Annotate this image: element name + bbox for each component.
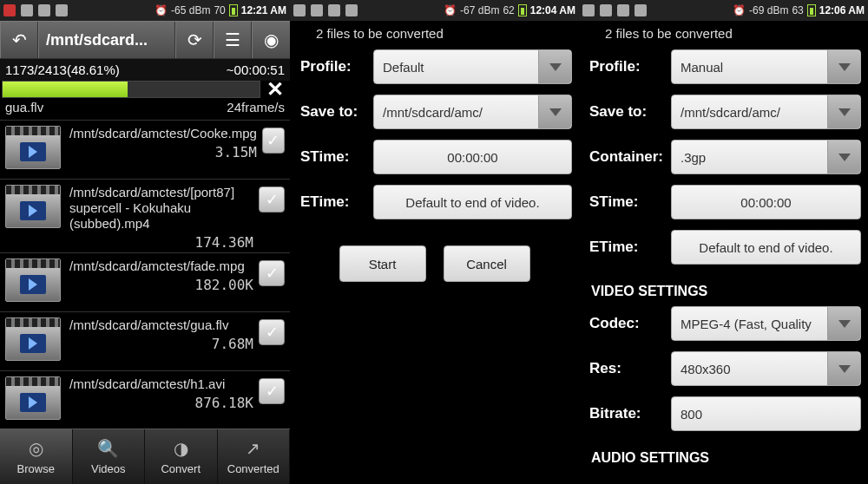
download-icon [600, 4, 612, 16]
saveto-select[interactable]: /mnt/sdcard/amc/ [671, 95, 861, 129]
etime-field[interactable]: Default to end of video. [671, 230, 861, 265]
video-thumb-icon [5, 185, 61, 228]
path-display[interactable]: /mnt/sdcard... [38, 22, 175, 58]
list-item[interactable]: /mnt/sdcard/amctest/gua.flv 7.68M ✓ [0, 312, 290, 371]
list-item[interactable]: /mnt/sdcard/amctest/Cooke.mpg 3.15M ✓ [0, 121, 290, 180]
nav-videos[interactable]: 🔍 Videos [73, 429, 146, 484]
chevron-down-icon [538, 50, 571, 83]
battery-icon [807, 4, 816, 16]
label-profile: Profile: [297, 58, 373, 75]
status-bar: ⏰ -69 dBm 63 12:06 AM [579, 0, 868, 21]
video-thumb-icon [5, 258, 61, 302]
start-button[interactable]: Start [339, 245, 426, 282]
alarm-icon: ⏰ [733, 4, 746, 16]
file-path: /mnt/sdcard/amctest/gua.flv [69, 317, 228, 332]
etime-field[interactable]: Default to end of video. [373, 185, 572, 219]
converted-icon: ↗ [243, 438, 264, 459]
nav-convert[interactable]: ◑ Convert [145, 429, 218, 484]
file-checkbox[interactable]: ✓ [259, 186, 285, 213]
nav-label: Browse [17, 462, 55, 475]
saveto-select[interactable]: /mnt/sdcard/amc/ [373, 95, 572, 129]
profile-select[interactable]: Manual [671, 49, 861, 84]
sync-icon [56, 4, 68, 16]
label-etime: ETime: [297, 193, 373, 211]
form: Profile: Manual Save to: /mnt/sdcard/amc… [579, 48, 868, 474]
notification-icon [3, 4, 16, 16]
battery-level: 70 [214, 4, 225, 16]
signal-strength: -67 dBm [460, 4, 499, 16]
video-thumb-icon [5, 126, 61, 169]
video-thumb-icon [5, 317, 61, 361]
clock: 12:06 AM [819, 4, 865, 16]
file-checkbox[interactable]: ✓ [259, 319, 285, 345]
file-checkbox[interactable]: ✓ [262, 128, 285, 154]
list-item[interactable]: /mnt/sdcard/amctest/h1.avi 876.18K ✓ [0, 371, 290, 430]
menu-button[interactable]: ☰ [214, 22, 252, 58]
progress-bar [2, 81, 260, 98]
battery-level: 63 [792, 4, 803, 16]
etime-value: Default to end of video. [699, 240, 832, 255]
status-line: gua.flv 24frame/s [0, 98, 290, 121]
stime-field[interactable]: 00:00:00 [373, 140, 572, 174]
stime-value: 00:00:00 [447, 150, 497, 165]
file-list[interactable]: /mnt/sdcard/amctest/Cooke.mpg 3.15M ✓ /m… [0, 121, 290, 430]
video-settings-header: VIDEO SETTINGS [586, 275, 861, 306]
cancel-progress-button[interactable]: ✕ [260, 81, 290, 98]
progress-line: 1173/2413(48.61%) ~00:00:51 [0, 59, 290, 81]
progress-fill [3, 82, 128, 97]
chevron-down-icon [827, 352, 860, 385]
file-path: /mnt/sdcard/amctest/[port87] supercell -… [69, 185, 234, 231]
label-res: Res: [586, 360, 671, 377]
clock: 12:04 AM [530, 4, 575, 16]
action-row: Start Cancel [297, 245, 572, 282]
battery-icon [229, 4, 238, 16]
progress-eta: ~00:00:51 [227, 62, 285, 77]
label-etime: ETime: [586, 239, 671, 256]
codec-select[interactable]: MPEG-4 (Fast, Quality [671, 306, 861, 341]
chevron-down-icon [827, 307, 860, 340]
select-all-button[interactable]: ◉ [252, 22, 290, 58]
chevron-down-icon [827, 141, 860, 173]
battery-level: 62 [503, 4, 514, 16]
nav-converted[interactable]: ↗ Converted [218, 429, 291, 484]
stime-field[interactable]: 00:00:00 [671, 185, 861, 219]
pane-file-browser: ⏰ -65 dBm 70 12:21 AM ↶ /mnt/sdcard... ⟳… [0, 0, 290, 484]
res-select[interactable]: 480x360 [671, 351, 861, 386]
file-size: 876.18K [69, 392, 253, 411]
android-icon [635, 4, 647, 16]
refresh-button[interactable]: ⟳ [175, 22, 214, 58]
label-bitrate: Bitrate: [586, 405, 671, 422]
file-size: 182.00K [69, 274, 253, 293]
list-item[interactable]: /mnt/sdcard/amctest/[port87] supercell -… [0, 180, 290, 253]
nav-browse[interactable]: ◎ Browse [0, 429, 73, 484]
container-select[interactable]: .3gp [671, 140, 861, 174]
file-path: /mnt/sdcard/amctest/h1.avi [69, 376, 225, 391]
chevron-down-icon [827, 50, 860, 83]
usb-icon [617, 4, 629, 16]
file-size: 7.68M [69, 333, 253, 352]
signal-strength: -69 dBm [749, 4, 788, 16]
pane-convert-default: ⏰ -67 dBm 62 12:04 AM 2 files to be conv… [290, 0, 579, 484]
label-saveto: Save to: [297, 103, 373, 121]
file-checkbox[interactable]: ✓ [259, 378, 285, 404]
profile-select[interactable]: Default [373, 49, 572, 84]
progress-count: 1173/2413(48.61%) [5, 62, 120, 77]
bitrate-input[interactable]: 800 [671, 396, 861, 431]
audio-settings-header: AUDIO SETTINGS [586, 441, 861, 473]
cancel-button[interactable]: Cancel [444, 245, 530, 282]
file-size: 3.15M [69, 141, 257, 160]
signal-strength: -65 dBm [171, 4, 210, 16]
profile-value: Manual [681, 60, 723, 75]
clock: 12:21 AM [241, 4, 286, 16]
file-checkbox[interactable]: ✓ [259, 260, 285, 286]
notification-icon [293, 4, 306, 16]
alarm-icon: ⏰ [155, 4, 168, 16]
bitrate-value: 800 [681, 407, 702, 422]
file-size: 174.36M [69, 232, 253, 251]
saveto-value: /mnt/sdcard/amc/ [681, 105, 780, 120]
container-value: .3gp [681, 150, 706, 165]
chevron-down-icon [538, 95, 571, 128]
video-thumb-icon [5, 376, 61, 420]
back-button[interactable]: ↶ [0, 22, 38, 58]
list-item[interactable]: /mnt/sdcard/amctest/fade.mpg 182.00K ✓ [0, 253, 290, 312]
